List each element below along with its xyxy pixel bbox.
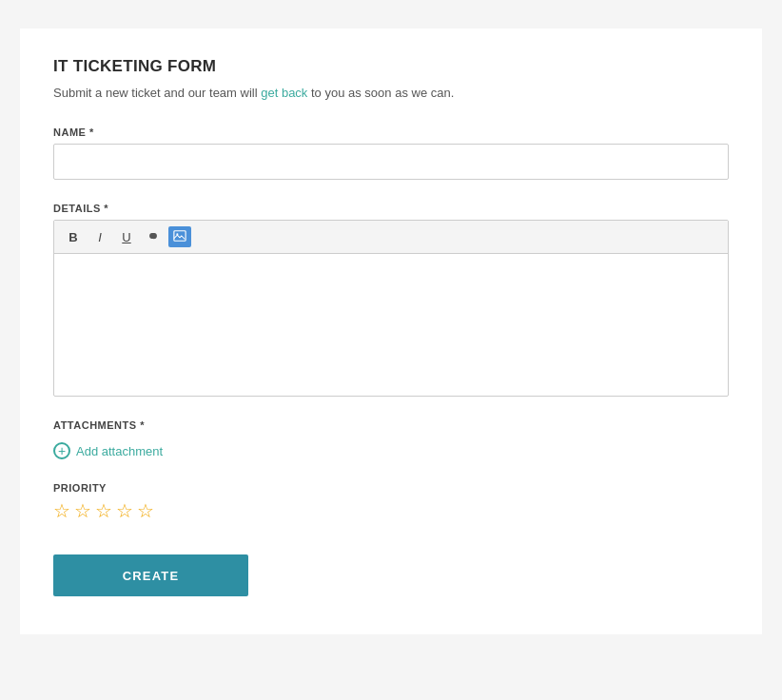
name-field-group: NAME *: [53, 126, 729, 180]
priority-stars: ☆ ☆ ☆ ☆ ☆: [53, 499, 729, 522]
subtitle-link[interactable]: get back: [261, 86, 307, 100]
priority-field-group: PRIORITY ☆ ☆ ☆ ☆ ☆: [53, 482, 729, 522]
form-container: IT TICKETING FORM Submit a new ticket an…: [20, 29, 762, 634]
form-subtitle: Submit a new ticket and our team will ge…: [53, 86, 729, 100]
add-attachment-icon: +: [53, 442, 70, 459]
form-title: IT TICKETING FORM: [53, 57, 729, 76]
priority-label: PRIORITY: [53, 482, 729, 494]
name-label: NAME *: [53, 126, 729, 138]
star-4[interactable]: ☆: [116, 499, 133, 522]
star-1[interactable]: ☆: [53, 499, 70, 522]
subtitle-end: to you as soon as we can.: [307, 86, 454, 100]
details-field-group: DETAILS * B I U: [53, 203, 729, 397]
editor-toolbar: B I U: [54, 221, 728, 254]
svg-rect-0: [174, 230, 186, 241]
underline-button[interactable]: U: [115, 226, 138, 247]
details-textarea[interactable]: [54, 254, 728, 392]
link-button[interactable]: [142, 226, 165, 247]
star-5[interactable]: ☆: [137, 499, 154, 522]
details-editor-wrapper: B I U: [53, 220, 729, 397]
bold-button[interactable]: B: [62, 226, 85, 247]
details-label: DETAILS *: [53, 203, 729, 214]
add-attachment-link[interactable]: + Add attachment: [53, 442, 163, 459]
star-2[interactable]: ☆: [74, 499, 91, 522]
attachments-field-group: ATTACHMENTS * + Add attachment: [53, 419, 729, 459]
italic-button[interactable]: I: [88, 226, 111, 247]
attachments-label: ATTACHMENTS *: [53, 419, 729, 431]
link-icon: [147, 229, 160, 245]
subtitle-text: Submit a new ticket and our team will: [53, 86, 261, 100]
name-input[interactable]: [53, 144, 729, 180]
image-icon: [173, 229, 186, 245]
add-attachment-text: Add attachment: [76, 444, 163, 458]
create-button[interactable]: CREATE: [53, 554, 248, 596]
image-button[interactable]: [168, 226, 191, 247]
star-3[interactable]: ☆: [95, 499, 112, 522]
